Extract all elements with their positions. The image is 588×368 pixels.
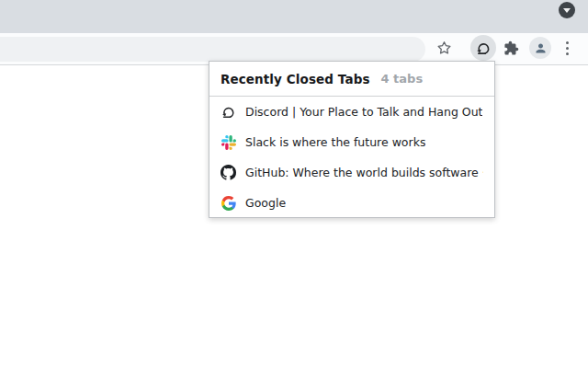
closed-tab-title: Slack is where the future works xyxy=(245,135,425,149)
closed-tab-item-slack[interactable]: Slack is where the future works xyxy=(209,127,494,157)
browser-menu-button[interactable] xyxy=(556,37,578,59)
undo-arrow-icon xyxy=(475,40,492,56)
closed-tab-title: GitHub: Where the world builds software … xyxy=(245,166,483,179)
popup-header: Recently Closed Tabs 4 tabs xyxy=(209,62,494,97)
menu-dot-icon xyxy=(566,41,569,44)
menu-dot-icon xyxy=(566,52,569,55)
avatar-icon xyxy=(534,41,548,55)
window-caret-button[interactable] xyxy=(559,2,575,18)
undo-arrow-icon xyxy=(220,104,236,120)
slack-icon xyxy=(220,134,236,150)
closed-tab-title: Discord | Your Place to Talk and Hang Ou… xyxy=(245,105,482,119)
recently-closed-extension-button[interactable] xyxy=(470,35,496,61)
puzzle-icon xyxy=(503,40,519,56)
github-icon xyxy=(220,165,236,180)
star-icon xyxy=(435,40,453,57)
extensions-menu-button[interactable] xyxy=(500,37,522,59)
tab-strip xyxy=(0,0,588,33)
bookmark-button[interactable] xyxy=(433,37,455,59)
closed-tab-item-discord[interactable]: Discord | Your Place to Talk and Hang Ou… xyxy=(209,97,494,127)
address-bar[interactable] xyxy=(0,37,425,62)
menu-dot-icon xyxy=(566,47,569,50)
caret-down-icon xyxy=(563,8,571,13)
closed-tabs-list: Discord | Your Place to Talk and Hang Ou… xyxy=(209,97,494,218)
recently-closed-tabs-popup: Recently Closed Tabs 4 tabs Discord | Yo… xyxy=(209,61,495,218)
popup-tab-count: 4 tabs xyxy=(381,72,424,86)
closed-tab-title: Google xyxy=(245,196,286,210)
popup-title: Recently Closed Tabs xyxy=(220,72,370,86)
profile-button[interactable] xyxy=(529,37,551,59)
closed-tab-item-google[interactable]: Google xyxy=(209,188,494,218)
closed-tab-item-github[interactable]: GitHub: Where the world builds software … xyxy=(209,157,494,188)
google-icon xyxy=(220,195,236,211)
